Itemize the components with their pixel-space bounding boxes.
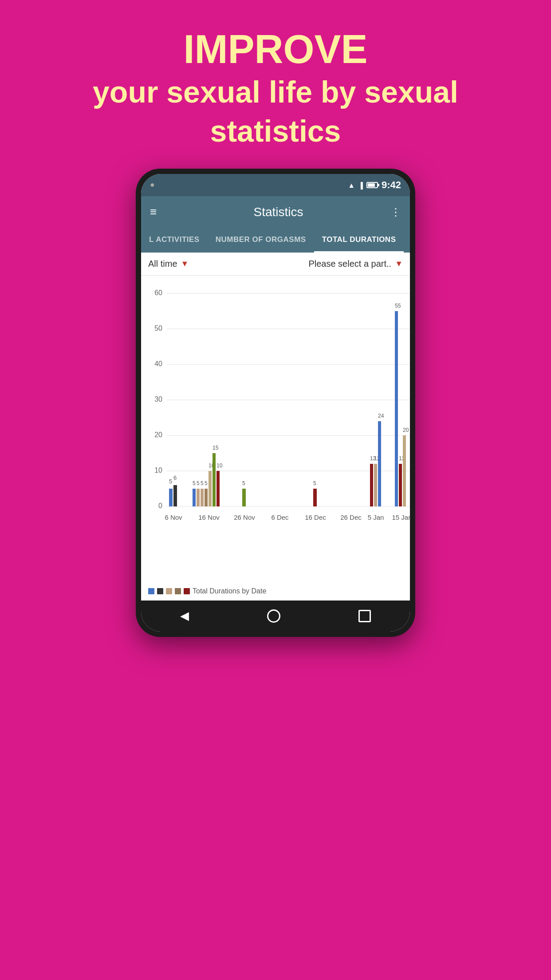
bottom-nav — [141, 601, 410, 632]
promo-header: IMPROVE your sexual life by sexual stati… — [0, 0, 551, 169]
svg-rect-48 — [378, 421, 381, 506]
svg-text:16 Nov: 16 Nov — [198, 514, 220, 521]
svg-text:26 Nov: 26 Nov — [234, 514, 255, 521]
svg-rect-42 — [313, 489, 317, 506]
legend-color-1 — [148, 588, 154, 594]
svg-text:20: 20 — [403, 427, 409, 433]
filter-row: All time ▼ Please select a part.. ▼ — [141, 253, 410, 276]
svg-text:30: 30 — [154, 395, 162, 403]
more-options-icon[interactable]: ⋮ — [390, 206, 401, 218]
status-left-icon: ● — [150, 180, 155, 190]
app-title: Statistics — [166, 205, 390, 219]
legend-color-3 — [166, 588, 172, 594]
home-button[interactable] — [267, 609, 280, 623]
partner-filter-dropdown[interactable]: Please select a part.. ▼ — [308, 259, 403, 269]
svg-rect-44 — [370, 464, 373, 506]
svg-text:10: 10 — [154, 466, 162, 474]
time-filter-arrow: ▼ — [181, 259, 189, 269]
time-filter-dropdown[interactable]: All time ▼ — [148, 259, 189, 269]
chart-legend: Total Durations by Date — [141, 584, 410, 601]
svg-rect-52 — [399, 464, 402, 506]
time-display: 9:42 — [382, 179, 401, 191]
svg-text:10: 10 — [216, 462, 223, 469]
svg-rect-46 — [374, 464, 377, 506]
chart-area: 0 10 20 30 40 50 60 6 Nov 16 Nov 26 Nov … — [141, 276, 410, 601]
svg-text:26 Dec: 26 Dec — [340, 514, 362, 521]
svg-rect-30 — [201, 489, 204, 506]
svg-rect-54 — [403, 435, 406, 506]
svg-text:5: 5 — [201, 480, 204, 486]
svg-rect-28 — [197, 489, 200, 506]
svg-text:15 Jan: 15 Jan — [392, 514, 410, 521]
svg-text:5: 5 — [242, 480, 245, 486]
svg-text:5: 5 — [193, 480, 196, 486]
svg-text:5 Jan: 5 Jan — [368, 514, 384, 521]
tab-orgasms[interactable]: NUMBER OF ORGASMS — [208, 228, 314, 251]
svg-text:5: 5 — [169, 478, 172, 485]
tab-durations[interactable]: TOTAL DURATIONS — [314, 228, 404, 253]
svg-text:6 Nov: 6 Nov — [165, 514, 182, 521]
svg-text:50: 50 — [154, 324, 162, 332]
wifi-icon — [348, 180, 355, 190]
svg-rect-40 — [242, 489, 246, 506]
svg-text:55: 55 — [395, 303, 401, 309]
svg-rect-36 — [213, 453, 216, 506]
svg-text:40: 40 — [154, 360, 162, 368]
partner-filter-arrow: ▼ — [395, 259, 403, 269]
svg-rect-23 — [173, 485, 177, 506]
svg-text:5: 5 — [205, 480, 208, 486]
time-filter-label: All time — [148, 259, 177, 269]
tab-activities[interactable]: L ACTIVITIES — [141, 228, 208, 251]
legend-color-5 — [184, 588, 190, 594]
svg-text:60: 60 — [154, 289, 162, 296]
hamburger-menu-icon[interactable]: ≡ — [150, 205, 157, 219]
svg-text:6 Dec: 6 Dec — [271, 514, 289, 521]
status-bar: ● 9:42 — [141, 174, 410, 196]
status-right-icons: 9:42 — [348, 179, 401, 191]
svg-text:6: 6 — [173, 474, 177, 481]
legend-label: Total Durations by Date — [193, 587, 266, 595]
svg-rect-38 — [216, 471, 220, 506]
svg-text:16 Dec: 16 Dec — [305, 514, 326, 521]
tab-bar: L ACTIVITIES NUMBER OF ORGASMS TOTAL DUR… — [141, 228, 410, 253]
back-button[interactable] — [180, 609, 189, 623]
promo-line1: IMPROVE — [35, 27, 516, 72]
legend-color-4 — [175, 588, 181, 594]
bar-chart: 0 10 20 30 40 50 60 6 Nov 16 Nov 26 Nov … — [145, 280, 410, 582]
chart-svg-container: 0 10 20 30 40 50 60 6 Nov 16 Nov 26 Nov … — [141, 280, 410, 584]
svg-text:15: 15 — [213, 445, 219, 451]
svg-text:5: 5 — [197, 480, 200, 486]
svg-rect-50 — [395, 311, 398, 506]
app-bar: ≡ Statistics ⋮ — [141, 196, 410, 228]
phone-frame: ● 9:42 ≡ Statistics ⋮ L ACTIVITIES NUMBE… — [136, 169, 415, 637]
partner-filter-label: Please select a part.. — [308, 259, 391, 269]
signal-icon — [358, 180, 363, 190]
svg-text:24: 24 — [378, 413, 384, 419]
battery-icon — [366, 182, 378, 188]
legend-color-2 — [157, 588, 163, 594]
recents-button[interactable] — [358, 610, 371, 622]
svg-rect-26 — [193, 489, 196, 506]
svg-text:0: 0 — [158, 502, 162, 510]
svg-rect-34 — [209, 471, 212, 506]
svg-rect-22 — [169, 489, 173, 506]
phone-screen: ● 9:42 ≡ Statistics ⋮ L ACTIVITIES NUMBE… — [141, 174, 410, 632]
svg-text:5: 5 — [313, 480, 316, 486]
svg-text:20: 20 — [154, 431, 162, 439]
svg-rect-32 — [205, 489, 208, 506]
promo-line2: your sexual life by sexual statistics — [35, 72, 516, 151]
